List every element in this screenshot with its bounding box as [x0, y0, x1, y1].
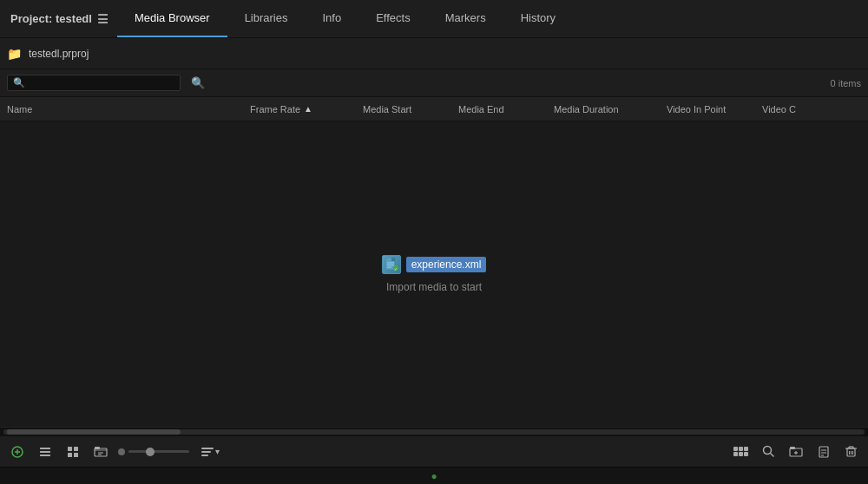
sort-arrow-frame-rate: ▲ — [304, 104, 312, 114]
nav-tabs: Media Browser Libraries Info Effects Mar… — [117, 0, 861, 37]
file-icon-wrapper: ✓ experience.xml — [382, 255, 487, 274]
status-icon: ● — [431, 470, 437, 482]
items-count: 0 items — [831, 78, 861, 88]
list-view-button[interactable] — [35, 443, 56, 461]
svg-rect-11 — [40, 451, 50, 453]
media-content-area: ✓ experience.xml Import media to start — [0, 121, 868, 427]
col-header-video-out[interactable]: Video C — [755, 104, 851, 114]
import-hint: Import media to start — [386, 281, 482, 293]
col-header-media-end[interactable]: Media End — [451, 104, 547, 114]
new-item-button[interactable] — [7, 443, 28, 461]
col-header-name[interactable]: Name — [0, 104, 243, 114]
grid-view-button[interactable] — [730, 445, 752, 458]
tab-effects[interactable]: Effects — [358, 0, 428, 37]
main-content: 📁 testedl.prproj 🔍 🔍 0 items Name Frame … — [0, 38, 868, 467]
svg-rect-16 — [74, 453, 78, 457]
col-header-video-in-point[interactable]: Video In Point — [660, 104, 755, 114]
svg-text:✓: ✓ — [394, 267, 397, 271]
col-header-frame-rate[interactable]: Frame Rate ▲ — [243, 104, 356, 114]
status-bar: ● — [0, 467, 868, 484]
svg-point-21 — [764, 447, 772, 455]
grid-icon — [733, 447, 748, 456]
horizontal-scrollbar[interactable] — [0, 427, 868, 435]
sort-line-2 — [201, 451, 211, 453]
zoom-thumb[interactable] — [146, 448, 155, 456]
filter-icon[interactable]: 🔍 — [191, 76, 205, 89]
zoom-track[interactable] — [128, 450, 189, 453]
folder-icon: 📁 — [7, 47, 22, 61]
scrollbar-track[interactable] — [3, 429, 865, 435]
svg-rect-13 — [68, 447, 72, 451]
svg-rect-14 — [74, 447, 78, 451]
icon-view-button[interactable] — [62, 443, 83, 461]
svg-rect-12 — [40, 455, 50, 456]
svg-rect-10 — [40, 448, 50, 449]
sort-button[interactable]: ▾ — [201, 447, 220, 456]
svg-rect-24 — [790, 447, 795, 449]
tab-markers[interactable]: Markers — [428, 0, 503, 37]
bottom-toolbar: ▾ — [0, 435, 868, 467]
search-button[interactable] — [759, 443, 779, 460]
project-folder-name: testedl.prproj — [29, 48, 89, 60]
import-button[interactable] — [813, 443, 834, 461]
search-input[interactable] — [30, 78, 169, 88]
drop-item: ✓ experience.xml Import media to start — [382, 255, 487, 293]
zoom-slider[interactable] — [118, 448, 189, 455]
folder-row[interactable]: 📁 testedl.prproj — [0, 38, 868, 69]
sort-chevron-icon[interactable]: ▾ — [215, 447, 220, 456]
tab-media-browser[interactable]: Media Browser — [117, 0, 227, 37]
svg-rect-18 — [95, 447, 100, 449]
tab-libraries[interactable]: Libraries — [227, 0, 306, 37]
xml-file-icon: ✓ — [382, 255, 401, 274]
tab-info[interactable]: Info — [305, 0, 358, 37]
svg-line-22 — [771, 454, 774, 457]
col-header-media-duration[interactable]: Media Duration — [547, 104, 660, 114]
svg-rect-15 — [68, 453, 72, 457]
sort-line-3 — [201, 455, 208, 456]
toolbar-right — [730, 443, 861, 461]
svg-rect-1 — [391, 258, 395, 261]
toolbar-left: ▾ — [7, 443, 730, 461]
new-folder-button[interactable] — [786, 443, 806, 461]
sort-line-1 — [201, 448, 214, 449]
scrollbar-thumb[interactable] — [7, 429, 181, 435]
column-headers: Name Frame Rate ▲ Media Start Media End … — [0, 97, 868, 121]
search-row: 🔍 🔍 0 items — [0, 69, 868, 97]
menu-icon[interactable]: ☰ — [97, 12, 108, 26]
top-nav-bar: Project: testedl ☰ Media Browser Librari… — [0, 0, 868, 38]
auto-folder-button[interactable] — [90, 443, 111, 461]
filename-label: experience.xml — [406, 257, 487, 272]
tab-history[interactable]: History — [503, 0, 573, 37]
search-box[interactable]: 🔍 — [7, 75, 181, 91]
col-header-media-start[interactable]: Media Start — [356, 104, 451, 114]
search-box-icon: 🔍 — [13, 77, 25, 88]
zoom-min-dot — [118, 448, 125, 455]
project-title-text: Project: testedl — [10, 12, 92, 25]
delete-button[interactable] — [841, 443, 861, 460]
project-title[interactable]: Project: testedl ☰ — [7, 12, 117, 26]
sort-lines-icon[interactable] — [201, 448, 214, 456]
